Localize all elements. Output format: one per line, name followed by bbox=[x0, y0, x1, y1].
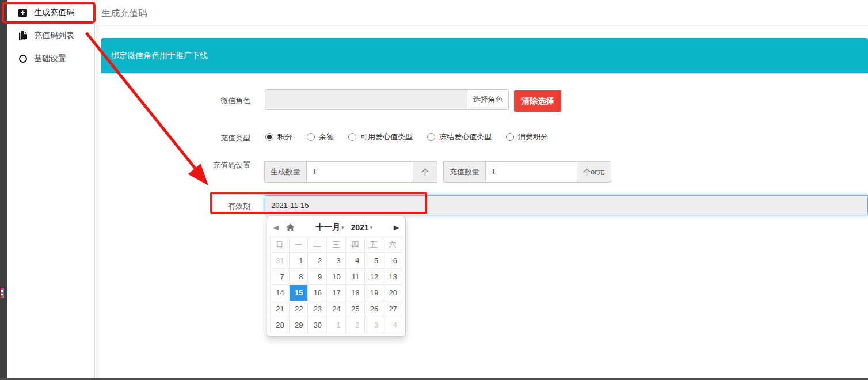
calendar-day[interactable]: 24 bbox=[327, 301, 346, 317]
calendar-day[interactable]: 27 bbox=[383, 301, 402, 317]
next-month-icon[interactable]: ▶ bbox=[394, 224, 399, 231]
recharge-type-option-可用爱心值类型[interactable]: 可用爱心值类型 bbox=[348, 132, 413, 142]
calendar-day[interactable]: 3 bbox=[364, 317, 383, 333]
generate-qty-group: 生成数量 个 bbox=[264, 161, 437, 183]
calendar-day[interactable]: 14 bbox=[271, 285, 290, 301]
validity-date-input[interactable] bbox=[265, 195, 868, 215]
calendar-day[interactable]: 30 bbox=[308, 317, 327, 333]
calendar-day[interactable]: 6 bbox=[383, 253, 402, 269]
calendar-day-header: 三 bbox=[327, 237, 346, 253]
recharge-type-option-积分[interactable]: 积分 bbox=[265, 132, 292, 142]
recharge-qty-group: 充值数量 个or元 bbox=[443, 161, 611, 183]
calendar-day[interactable]: 5 bbox=[364, 253, 383, 269]
recharge-type-option-冻结爱心值类型[interactable]: 冻结爱心值类型 bbox=[427, 132, 492, 142]
calendar-day[interactable]: 4 bbox=[383, 317, 402, 333]
select-role-button[interactable]: 选择角色 bbox=[467, 89, 509, 110]
code-settings-label: 充值码设置 bbox=[101, 160, 250, 170]
calendar-table: 日一二三四五六 31123456789101112131415161718192… bbox=[270, 237, 402, 333]
calendar-day[interactable]: 3 bbox=[327, 253, 346, 269]
prev-month-icon[interactable]: ◀ bbox=[273, 224, 279, 231]
validity-label: 有效期 bbox=[101, 201, 250, 211]
calendar-day[interactable]: 1 bbox=[327, 317, 346, 333]
sidebar-item-生成充值码[interactable]: +生成充值码 bbox=[7, 1, 94, 24]
sidebar-item-label: 生成充值码 bbox=[34, 7, 74, 18]
recharge-qty-input[interactable] bbox=[485, 161, 577, 183]
calendar-day[interactable]: 7 bbox=[271, 269, 290, 285]
radio-icon bbox=[348, 133, 356, 141]
radio-selected-icon bbox=[265, 133, 273, 141]
recharge-type-options: 积分余额可用爱心值类型冻结爱心值类型消费积分 bbox=[265, 132, 548, 142]
calendar-day[interactable]: 22 bbox=[289, 301, 308, 317]
calendar-day[interactable]: 8 bbox=[289, 269, 308, 285]
sidebar: +生成充值码充值码列表基础设置 bbox=[7, 0, 95, 378]
calendar-day[interactable]: 9 bbox=[308, 269, 327, 285]
radio-icon bbox=[307, 133, 315, 141]
sidebar-item-基础设置[interactable]: 基础设置 bbox=[7, 47, 94, 70]
calendar-day[interactable]: 17 bbox=[327, 285, 346, 301]
month-select[interactable]: 十一月 bbox=[316, 222, 340, 233]
title-divider bbox=[101, 25, 868, 26]
page-title: 生成充值码 bbox=[101, 7, 147, 20]
recharge-qty-unit: 个or元 bbox=[577, 161, 611, 183]
calendar-day-header: 一 bbox=[289, 237, 308, 253]
calendar-day[interactable]: 28 bbox=[271, 317, 290, 333]
sidebar-nav: +生成充值码充值码列表基础设置 bbox=[7, 1, 94, 70]
panel-heading: 绑定微信角色用于推广下线 bbox=[101, 38, 868, 73]
month-caret-icon[interactable]: ▾ bbox=[341, 225, 344, 230]
calendar-day[interactable]: 19 bbox=[364, 285, 383, 301]
radio-label: 积分 bbox=[277, 132, 292, 142]
sidebar-item-label: 充值码列表 bbox=[34, 31, 74, 41]
calendar-day[interactable]: 10 bbox=[327, 269, 346, 285]
calendar-day[interactable]: 13 bbox=[383, 269, 402, 285]
circle-icon bbox=[18, 55, 28, 63]
year-caret-icon[interactable]: ▾ bbox=[370, 225, 373, 230]
plus-square-icon: + bbox=[18, 9, 28, 17]
radio-label: 消费积分 bbox=[518, 132, 548, 142]
sidebar-item-充值码列表[interactable]: 充值码列表 bbox=[7, 24, 94, 47]
recharge-type-option-消费积分[interactable]: 消费积分 bbox=[506, 132, 548, 142]
calendar-day[interactable]: 21 bbox=[271, 301, 290, 317]
datepicker-popup: ◀ 十一月 ▾ 2021 ▾ ▶ 日一二三四五六 311234567891011… bbox=[267, 216, 406, 337]
calendar-day[interactable]: 31 bbox=[271, 253, 290, 269]
calendar-day[interactable]: 26 bbox=[364, 301, 383, 317]
home-icon[interactable] bbox=[286, 223, 295, 231]
calendar-day[interactable]: 12 bbox=[364, 269, 383, 285]
radio-label: 余额 bbox=[319, 132, 334, 142]
calendar-day[interactable]: 20 bbox=[383, 285, 402, 301]
content-left-shadow bbox=[96, 0, 101, 378]
generate-qty-unit: 个 bbox=[413, 161, 437, 183]
calendar-day-header: 二 bbox=[308, 237, 327, 253]
calendar-day[interactable]: 11 bbox=[345, 269, 364, 285]
calendar-day[interactable]: 18 bbox=[345, 285, 364, 301]
window-edge-strip bbox=[0, 0, 7, 380]
datepicker-header: ◀ 十一月 ▾ 2021 ▾ ▶ bbox=[270, 219, 402, 235]
calendar-day[interactable]: 23 bbox=[308, 301, 327, 317]
wechat-role-input[interactable] bbox=[265, 89, 467, 110]
calendar-day[interactable]: 2 bbox=[308, 253, 327, 269]
calendar-day-selected[interactable]: 15 bbox=[289, 285, 308, 301]
calendar-day[interactable]: 2 bbox=[345, 317, 364, 333]
calendar-day-header: 六 bbox=[383, 237, 402, 253]
radio-icon bbox=[506, 133, 514, 141]
calendar-day[interactable]: 25 bbox=[345, 301, 364, 317]
copy-icon bbox=[18, 31, 28, 40]
calendar-day[interactable]: 1 bbox=[289, 253, 308, 269]
recharge-qty-addon: 充值数量 bbox=[443, 161, 485, 183]
calendar-day[interactable]: 16 bbox=[308, 285, 327, 301]
generate-qty-addon: 生成数量 bbox=[264, 161, 306, 183]
calendar-day-header: 五 bbox=[364, 237, 383, 253]
radio-label: 可用爱心值类型 bbox=[360, 132, 413, 142]
generate-qty-input[interactable] bbox=[306, 161, 413, 183]
calendar-day[interactable]: 4 bbox=[345, 253, 364, 269]
year-select[interactable]: 2021 bbox=[351, 223, 368, 232]
radio-icon bbox=[427, 133, 435, 141]
radio-label: 冻结爱心值类型 bbox=[439, 132, 492, 142]
sidebar-item-label: 基础设置 bbox=[34, 54, 66, 64]
wechat-role-label: 微信角色 bbox=[101, 96, 250, 106]
calendar-day-header: 四 bbox=[345, 237, 364, 253]
recharge-type-option-余额[interactable]: 余额 bbox=[307, 132, 334, 142]
recharge-type-label: 充值类型 bbox=[101, 133, 250, 143]
calendar-day[interactable]: 29 bbox=[289, 317, 308, 333]
edge-widget bbox=[1, 288, 4, 298]
clear-selection-button[interactable]: 清除选择 bbox=[514, 90, 561, 112]
